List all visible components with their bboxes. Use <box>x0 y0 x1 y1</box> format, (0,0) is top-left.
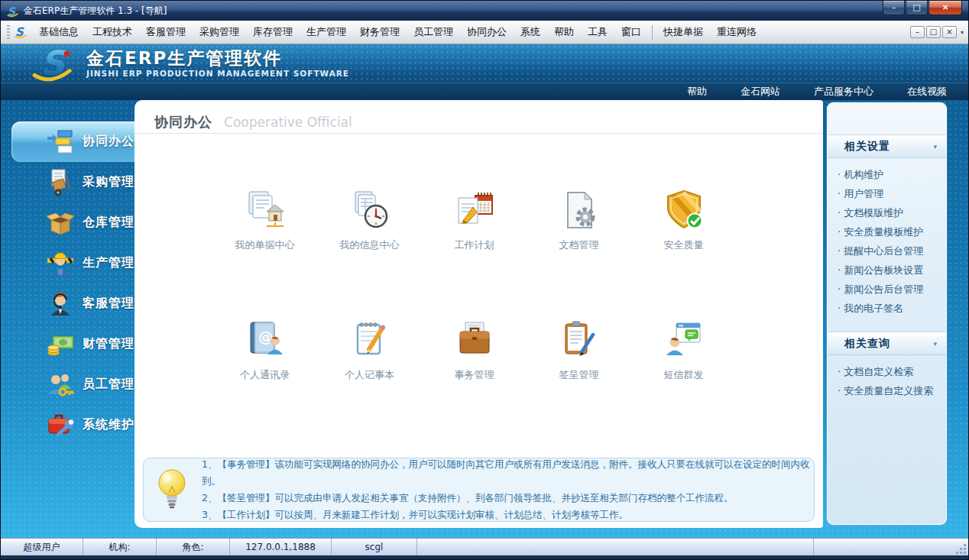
module-label: 工作计划 <box>455 238 494 252</box>
maximize-button[interactable]: □ <box>906 1 928 15</box>
panel-link[interactable]: 安全质量自定义搜索 <box>838 381 941 400</box>
module-my-documents-center[interactable]: 我的单据中心 <box>212 189 317 252</box>
menu-item[interactable]: 窗口 <box>614 21 648 43</box>
banner-text: 金石ERP生产管理软件 JINSHI ERP PRODUCTION MANAGE… <box>86 49 349 77</box>
menu-item[interactable]: 生产管理 <box>300 21 353 43</box>
top-link[interactable]: 帮助 <box>687 85 707 99</box>
menu-item[interactable]: 快捷单据 <box>656 21 710 43</box>
sidebar-item-purchase[interactable]: 采购管理 <box>1 162 134 202</box>
module-label: 安全质量 <box>664 238 704 252</box>
related-query-links: 文档自定义检索安全质量自定义搜索 <box>828 355 946 405</box>
sidebar-item-staff[interactable]: 员工管理 <box>1 364 134 405</box>
mdi-restore-button[interactable]: □ <box>926 26 941 38</box>
document-manage-icon <box>558 189 601 231</box>
related-settings-links: 机构维护用户管理文档模版维护安全质量模板维护提醒中心后台管理新闻公告板块设置新闻… <box>828 158 946 322</box>
module-affairs-manage[interactable]: 事务管理 <box>422 319 527 382</box>
menu-extra: 快捷单据重连网络 <box>656 21 763 43</box>
module-row-1: 我的单据中心 我的信息中心 <box>212 189 736 252</box>
section-related-settings[interactable]: 相关设置 ▾ <box>828 134 946 158</box>
module-sms-group-send[interactable]: 短信群发 <box>631 319 736 382</box>
menu-item[interactable]: 采购管理 <box>193 21 246 43</box>
module-safety-quality[interactable]: 安全质量 <box>631 189 736 252</box>
sidebar-item-production[interactable]: 生产管理 <box>1 243 134 283</box>
panel-link[interactable]: 用户管理 <box>838 184 941 203</box>
main-panel: 协同办公 Cooperative Official 我的单据中心 <box>134 100 823 528</box>
menu-item[interactable]: 重连网络 <box>710 21 763 43</box>
panel-link[interactable]: 新闻公告板块设置 <box>838 261 941 280</box>
mdi-close-button[interactable]: × <box>942 26 957 38</box>
status-cell <box>814 539 968 555</box>
sidebar-item-customer-service[interactable]: 客服管理 <box>1 283 134 324</box>
menu-item[interactable]: 基础信息 <box>32 21 86 43</box>
panel-link[interactable]: 文档模版维护 <box>838 203 941 222</box>
menu-item[interactable]: 客服管理 <box>139 21 193 43</box>
top-link[interactable]: 产品服务中心 <box>814 85 873 99</box>
app-window: S 金石ERP生产管理软件 1.3 - [导航] – □ × S 基础信息工程技… <box>0 0 969 560</box>
module-work-plan[interactable]: 工作计划 <box>422 189 527 252</box>
menu-bar: S 基础信息工程技术客服管理采购管理库存管理生产管理财务管理员工管理协同办公系统… <box>1 21 968 44</box>
module-label: 个人记事本 <box>345 368 394 382</box>
resize-grip[interactable] <box>964 552 966 554</box>
menu-item[interactable]: 协同办公 <box>460 21 514 43</box>
app-logo-icon: S <box>6 5 19 18</box>
svg-text:@: @ <box>258 329 273 345</box>
module-row-2: @ 个人通讯录 <box>212 319 736 382</box>
tips-box: 1、【事务管理】该功能可实现网络的协同办公，用户可以随时向其它用户或所有用户发送… <box>143 458 815 522</box>
main-menu: 基础信息工程技术客服管理采购管理库存管理生产管理财务管理员工管理协同办公系统帮助… <box>32 21 648 43</box>
warehouse-box-icon <box>45 208 76 238</box>
menu-item[interactable]: 员工管理 <box>407 21 460 43</box>
module-document-manage[interactable]: 文档管理 <box>527 189 631 252</box>
status-bar: 超级用户机构:角色:127.0.0.1,1888scgl <box>1 538 968 555</box>
menu-item[interactable]: 帮助 <box>547 21 581 43</box>
sms-group-icon <box>663 319 705 361</box>
title-bar: S 金石ERP生产管理软件 1.3 - [导航] – □ × <box>1 1 968 21</box>
top-link[interactable]: 在线视频 <box>907 85 947 99</box>
content-area: 协同办公 采购管理 <box>1 100 968 539</box>
safety-quality-shield-icon <box>663 189 705 231</box>
my-info-center-icon <box>348 189 391 231</box>
my-documents-center-icon <box>244 189 287 231</box>
page-title-cn: 协同办公 <box>154 114 212 130</box>
module-label: 我的信息中心 <box>340 238 400 252</box>
module-label: 签呈管理 <box>559 368 599 382</box>
section-title: 相关查询 <box>844 337 890 351</box>
module-label: 个人通讯录 <box>240 368 290 382</box>
sidebar-item-system-maintenance[interactable]: 系统维护 <box>1 405 134 445</box>
module-address-book[interactable]: @ 个人通讯录 <box>212 319 317 382</box>
menu-item[interactable]: 库存管理 <box>246 21 300 43</box>
panel-link[interactable]: 我的电子签名 <box>838 299 941 318</box>
staff-people-key-icon <box>45 370 76 400</box>
status-cell <box>417 539 814 555</box>
panel-link[interactable]: 新闻公告后台管理 <box>838 280 941 299</box>
panel-link[interactable]: 安全质量模板维护 <box>838 222 941 241</box>
toolbar-grip[interactable] <box>7 25 10 39</box>
mdi-minimize-button[interactable]: – <box>910 26 925 38</box>
panel-link[interactable]: 提醒中心后台管理 <box>838 241 941 261</box>
menu-overflow-arrow-icon[interactable]: ▾ <box>961 29 964 36</box>
sidebar-item-label: 协同办公 <box>83 134 134 150</box>
sidebar-item-cooperative-office[interactable]: 协同办公 <box>11 121 134 162</box>
top-link[interactable]: 金石网站 <box>741 85 780 99</box>
menu-item[interactable]: 财务管理 <box>353 21 407 43</box>
menu-item[interactable]: 工程技术 <box>86 21 139 43</box>
tip-line: 2、【签呈管理】可以完成由申请人发起相关事宜（支持附件）、到各部门领导签批、并抄… <box>202 490 814 507</box>
address-book-icon: @ <box>244 319 287 361</box>
minimize-button[interactable]: – <box>883 1 905 15</box>
chevron-down-icon: ▾ <box>933 340 937 348</box>
module-label: 短信群发 <box>664 368 704 382</box>
sidebar-item-finance[interactable]: 财管管理 <box>1 324 134 364</box>
module-notebook[interactable]: 个人记事本 <box>317 319 422 382</box>
menu-item[interactable]: 系统 <box>514 21 547 43</box>
section-related-query[interactable]: 相关查询 ▾ <box>828 332 946 355</box>
close-button[interactable]: × <box>928 1 962 15</box>
cooperative-office-icon <box>45 127 76 157</box>
page-title-en: Cooperative Official <box>224 115 352 130</box>
panel-link[interactable]: 机构维护 <box>838 165 941 184</box>
finance-money-icon <box>45 329 76 360</box>
module-sign-approval[interactable]: 签呈管理 <box>527 319 631 382</box>
menu-item[interactable]: 工具 <box>581 21 614 43</box>
module-my-info-center[interactable]: 我的信息中心 <box>317 189 422 252</box>
system-toolbox-icon <box>45 410 76 441</box>
panel-link[interactable]: 文档自定义检索 <box>838 362 941 381</box>
sidebar-item-warehouse[interactable]: 仓库管理 <box>1 202 134 243</box>
